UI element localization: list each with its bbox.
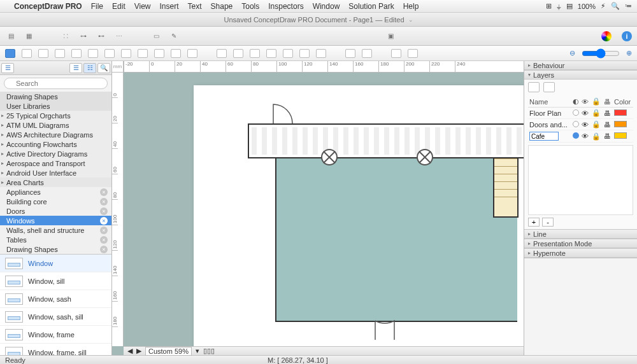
tree-tool-icon[interactable]: ⊶ [78,31,89,42]
flip-h-tool[interactable] [217,49,227,58]
spline-tool[interactable] [121,49,131,58]
close-icon[interactable]: × [100,236,108,244]
zoom-menu-icon[interactable]: ▾ [196,347,199,355]
lib-active-directory[interactable]: ▸Active Directory Diagrams [0,149,111,158]
color-wheel-icon[interactable] [601,31,612,41]
page-next-icon[interactable]: ▶ [136,347,141,355]
wifi-icon[interactable]: ⏚ [557,3,561,10]
flag-icon[interactable]: ▤ [566,2,573,10]
hypernote-icon[interactable]: ✎ [168,31,180,42]
ellipse-tool[interactable] [38,49,48,58]
chain-tool-icon[interactable]: ⊷ [96,31,107,42]
menu-help[interactable]: Help [403,2,419,11]
connector-tool[interactable] [88,49,98,58]
close-icon[interactable]: × [100,217,108,225]
libraries-toggle-icon[interactable]: ▤ [5,31,17,42]
pointer-tool[interactable] [5,49,15,58]
floor-plan-wall-line[interactable] [248,157,524,158]
sub-appliances[interactable]: Appliances× [0,187,111,197]
shape-window[interactable]: Window [0,255,111,272]
rect-tool[interactable] [22,49,32,58]
section-user-libraries[interactable]: User Libraries [0,101,111,111]
floor-plan-stairs[interactable] [493,157,519,218]
rotate-tool[interactable] [250,49,260,58]
group-tool[interactable] [266,49,276,58]
page-prev-icon[interactable]: ◀ [127,347,132,355]
sidebar-tab-list[interactable]: ☰ [69,63,82,73]
shape-window-frame-sill[interactable]: Window, frame, sill [0,344,111,355]
layer-row-floor-plan[interactable]: Floor Plan👁🔒🖶 [528,108,633,119]
more-shape-tool[interactable] [187,49,197,58]
sub-doors[interactable]: Doors× [0,206,111,216]
sub-walls[interactable]: Walls, shell and structure× [0,225,111,235]
menu-edit[interactable]: Edit [112,2,125,11]
layer-mode-icon[interactable] [543,82,555,92]
close-icon[interactable]: × [100,227,108,234]
chart-tool-icon[interactable]: ⸬ [60,31,71,42]
sub-drawing-shapes[interactable]: Drawing Shapes× [0,244,111,254]
lib-area-charts[interactable]: ▸Area Charts [0,178,111,187]
polygon-tool[interactable] [138,49,148,58]
zoom-in-button[interactable]: ⊕ [626,49,632,57]
battery-icon[interactable]: ⚡︎ [601,2,606,10]
revolving-door-icon[interactable] [417,149,433,165]
shape-window-sash-sill[interactable]: Window, sash, sill [0,308,111,326]
lib-aerospace-transport[interactable]: ▸Aerospace and Transport [0,158,111,168]
line-tool[interactable] [71,49,82,58]
layer-row-cafe[interactable]: 👁🔒🖶 [528,130,633,143]
ungroup-tool[interactable] [283,49,293,58]
remove-layer-button[interactable]: - [542,218,554,227]
fullscreen-tool[interactable] [362,49,372,58]
shape-window-sash[interactable]: Window, sash [0,290,111,308]
expand-tool[interactable] [345,49,355,58]
sub-building-core[interactable]: Building core× [0,197,111,206]
layer-row-doors[interactable]: Doors and...👁🔒🖶 [528,119,633,130]
layer-mode-icon[interactable] [528,82,540,92]
menu-solution-park[interactable]: Solution Park [348,2,394,11]
clipboard-icon[interactable]: ▭ [150,31,162,42]
sidebar-tab-search[interactable]: 🔍 [97,63,110,73]
inspector-hypernote[interactable]: ▸Hypernote [524,249,637,258]
spotlight-icon[interactable]: 🔍 [611,2,620,10]
close-icon[interactable]: × [100,188,108,196]
library-search-input[interactable] [4,78,108,89]
info-icon[interactable]: i [622,31,632,41]
zoom-out-button[interactable]: ⊖ [569,49,575,57]
layer-name-input[interactable] [529,132,559,141]
pages-thumb-icon[interactable]: ▯▯▯ [203,347,215,355]
sub-tables[interactable]: Tables× [0,235,111,244]
floor-plan-room[interactable] [275,155,517,321]
zoom-display[interactable]: Custom 59% [145,347,192,356]
zoom-in-tool[interactable] [391,49,401,58]
bezier-tool[interactable] [154,49,164,58]
menu-extra-icon[interactable]: ≔ [625,2,632,10]
freehand-tool[interactable] [171,49,181,58]
title-dropdown-icon[interactable]: ⌄ [408,17,413,23]
shape-window-frame[interactable]: Window, frame [0,326,111,344]
door-arc-icon[interactable] [270,101,296,127]
section-drawing-shapes[interactable]: Drawing Shapes [0,92,111,101]
lib-25-typical-orgcharts[interactable]: ▸25 Typical Orgcharts [0,111,111,120]
close-icon[interactable]: × [100,198,108,206]
menu-insert[interactable]: Insert [160,2,179,11]
grid-icon[interactable]: ⊞ [546,2,552,10]
menu-file[interactable]: File [91,2,103,11]
text-tool[interactable] [55,49,65,58]
add-layer-button[interactable]: + [528,218,540,227]
more-tool-icon[interactable]: ⋯ [113,31,125,42]
inspector-line[interactable]: ▸Line [524,230,637,239]
inspector-behaviour[interactable]: ▸Behaviour [524,61,637,70]
flip-v-tool[interactable] [233,49,243,58]
menu-shape[interactable]: Shape [211,2,233,11]
inspector-layers[interactable]: ▾Layers [524,71,637,80]
menu-text[interactable]: Text [188,2,202,11]
floor-plan-wall-left[interactable] [275,157,276,322]
lib-android-ui[interactable]: ▸Android User Interface [0,168,111,178]
close-icon[interactable]: × [100,246,108,253]
close-icon[interactable]: × [100,207,108,215]
sidebar-tab-tree[interactable]: ☰ [1,63,14,73]
app-name[interactable]: ConceptDraw PRO [14,2,82,11]
lib-accounting-flowcharts[interactable]: ▸Accounting Flowcharts [0,139,111,149]
inspector-presentation-mode[interactable]: ▸Presentation Mode [524,239,637,248]
canvas-viewport[interactable] [124,73,524,346]
